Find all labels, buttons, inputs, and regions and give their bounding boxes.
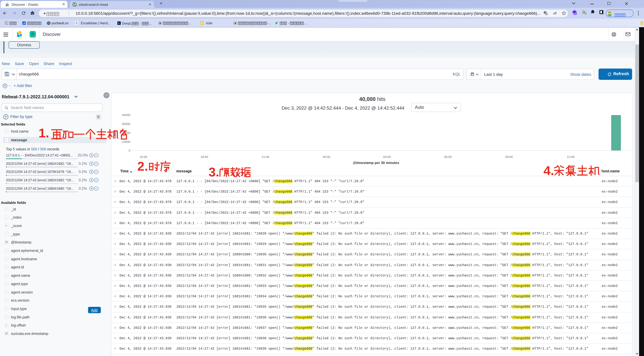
svg-text:11: 11 bbox=[574, 12, 576, 15]
